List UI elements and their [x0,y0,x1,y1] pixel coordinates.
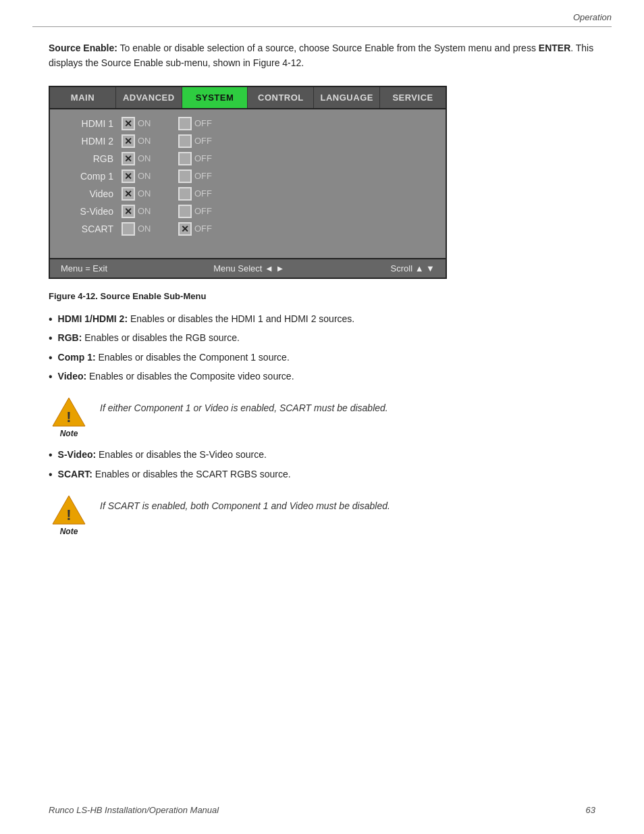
osd-row-svideo: S-Video ✕ ON OFF [50,203,446,220]
note-text-2: If SCART is enabled, both Component 1 an… [100,494,390,513]
osd-check2-comp1 [178,170,192,183]
note-label-2: Note [60,527,78,536]
osd-off-comp1: OFF [194,171,215,181]
note-box-2: ! Note If SCART is enabled, both Compone… [49,494,595,536]
osd-footer: Menu = Exit Menu Select ◄ ► Scroll ▲ ▼ [50,258,446,278]
footer-right: 63 [586,805,595,815]
osd-check1-rgb: ✕ [122,152,135,165]
osd-check1-comp1: ✕ [122,170,135,183]
osd-check2-hdmi1 [178,117,192,130]
bullet-svideo: • S-Video: Enables or disables the S-Vid… [49,448,595,463]
bullet-rgb: • RGB: Enables or disables the RGB sourc… [49,331,595,346]
bullet-section-1: • HDMI 1/HDMI 2: Enables or disables the… [49,312,595,385]
osd-label-scart: SCART [61,224,122,234]
osd-on-comp1: ON [138,171,158,181]
osd-row-rgb: RGB ✕ ON OFF [50,150,446,167]
tab-main[interactable]: MAIN [50,87,116,108]
osd-on-rgb: ON [138,153,158,163]
note-icon-1: ! Note [49,396,89,438]
osd-check1-svideo: ✕ [122,205,135,218]
bullet-dot-svideo: • [49,448,53,463]
svg-text:!: ! [66,409,71,425]
bullet-text-scart: SCART: Enables or disables the SCART RGB… [58,467,291,481]
osd-check2-rgb [178,152,192,165]
osd-label-hdmi2: HDMI 2 [61,136,122,147]
osd-row-hdmi1: HDMI 1 ✕ ON OFF [50,115,446,132]
tab-service[interactable]: SERVICE [380,87,446,108]
osd-off-scart: OFF [194,224,215,234]
osd-check2-video [178,187,192,201]
osd-check1-video: ✕ [122,187,135,201]
osd-label-svideo: S-Video [61,206,122,217]
bullet-comp1: • Comp 1: Enables or disables the Compon… [49,350,595,365]
bullet-dot-rgb: • [49,331,53,346]
warning-triangle-icon-2: ! [51,494,86,525]
osd-row-video: Video ✕ ON OFF [50,185,446,203]
osd-check2-scart: ✕ [178,222,192,236]
osd-off-svideo: OFF [194,206,215,216]
svg-text:!: ! [66,506,71,523]
osd-label-video: Video [61,188,122,199]
note-box-1: ! Note If either Component 1 or Video is… [49,396,595,438]
osd-label-hdmi1: HDMI 1 [61,118,122,129]
osd-check2-svideo [178,205,192,218]
tab-language[interactable]: LANGUAGE [314,87,380,108]
bullet-text-rgb: RGB: Enables or disables the RGB source. [58,331,240,345]
bullet-section-2: • S-Video: Enables or disables the S-Vid… [49,448,595,482]
osd-row-scart: SCART ON ✕ OFF [50,220,446,238]
bullet-text-hdmi: HDMI 1/HDMI 2: Enables or disables the H… [58,312,355,326]
tab-control[interactable]: CONTROL [248,87,314,108]
bullet-video: • Video: Enables or disables the Composi… [49,369,595,384]
osd-check1-scart [122,222,135,236]
osd-tab-bar: MAIN ADVANCED SYSTEM CONTROL LANGUAGE SE… [50,87,446,109]
osd-off-video: OFF [194,188,215,199]
intro-paragraph: Source Enable: To enable or disable sele… [49,41,595,71]
tab-system[interactable]: SYSTEM [182,87,248,108]
osd-footer-left: Menu = Exit [61,263,107,273]
bullet-text-svideo: S-Video: Enables or disables the S-Video… [58,448,267,462]
bullet-text-comp1: Comp 1: Enables or disables the Componen… [58,350,290,365]
figure-caption: Figure 4-12. Source Enable Sub-Menu [49,291,595,301]
osd-check1-hdmi2: ✕ [122,134,135,148]
osd-off-rgb: OFF [194,153,215,163]
osd-check1-hdmi1: ✕ [122,117,135,130]
note-icon-2: ! Note [49,494,89,536]
osd-on-scart: ON [138,224,158,234]
osd-on-hdmi1: ON [138,118,158,128]
osd-menu: MAIN ADVANCED SYSTEM CONTROL LANGUAGE SE… [49,86,447,279]
source-enable-label: Source Enable: [49,43,117,53]
osd-footer-right: Scroll ▲ ▼ [391,263,435,273]
bullet-text-video: Video: Enables or disables the Composite… [58,369,294,384]
enter-key-label: ENTER [539,43,570,53]
bullet-dot-comp1: • [49,350,53,365]
page-footer: Runco LS-HB Installation/Operation Manua… [0,805,644,815]
osd-off-hdmi2: OFF [194,136,215,146]
osd-label-rgb: RGB [61,153,122,164]
bullet-dot-scart: • [49,467,53,482]
bullet-scart: • SCART: Enables or disables the SCART R… [49,467,595,482]
footer-left: Runco LS-HB Installation/Operation Manua… [49,805,219,815]
osd-row-hdmi2: HDMI 2 ✕ ON OFF [50,132,446,150]
osd-on-video: ON [138,188,158,199]
osd-label-comp1: Comp 1 [61,171,122,182]
osd-on-svideo: ON [138,206,158,216]
warning-triangle-icon-1: ! [51,396,86,427]
osd-on-hdmi2: ON [138,136,158,146]
intro-text1: To enable or disable selection of a sour… [117,43,539,53]
note-text-1: If either Component 1 or Video is enable… [100,396,388,415]
osd-row-comp1: Comp 1 ✕ ON OFF [50,167,446,185]
tab-advanced[interactable]: ADVANCED [116,87,182,108]
bullet-dot-hdmi: • [49,312,53,327]
bullet-hdmi: • HDMI 1/HDMI 2: Enables or disables the… [49,312,595,327]
section-header: Operation [0,0,644,26]
osd-off-hdmi1: OFF [194,118,215,128]
note-label-1: Note [60,429,78,438]
osd-body: HDMI 1 ✕ ON OFF HDMI 2 ✕ ON OFF RGB ✕ ON [50,109,446,258]
osd-footer-center: Menu Select ◄ ► [213,263,284,273]
osd-check2-hdmi2 [178,134,192,148]
bullet-dot-video: • [49,369,53,384]
